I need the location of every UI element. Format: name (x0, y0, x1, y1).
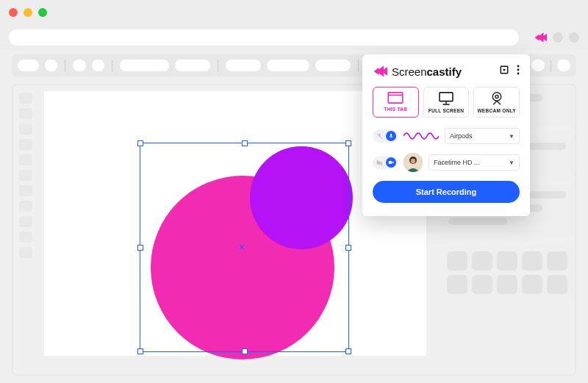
microphone-toggle[interactable] (373, 129, 398, 143)
webcam-icon (490, 92, 504, 105)
svg-point-3 (517, 69, 520, 71)
mode-label: WEBCAM ONLY (477, 108, 516, 113)
window-minimize-button[interactable] (24, 8, 32, 17)
extension-placeholder-icon (553, 32, 563, 43)
mode-this-tab[interactable]: THIS TAB (373, 87, 419, 118)
cam-off-icon (375, 158, 384, 167)
toolbar-item[interactable] (267, 60, 309, 71)
swatch-tile[interactable] (472, 251, 492, 271)
traffic-lights (9, 8, 47, 17)
mode-full-screen[interactable]: FULL SCREEN (423, 87, 470, 118)
mode-label: FULL SCREEN (429, 108, 465, 113)
webcam-toggle[interactable] (373, 156, 398, 169)
toolbar-separator (65, 60, 65, 71)
toolbar-separator (358, 60, 359, 71)
toolbar-item[interactable] (531, 60, 545, 71)
window-titlebar (0, 0, 588, 25)
tool-rail-item[interactable] (19, 232, 32, 243)
toolbar-item[interactable] (73, 60, 85, 71)
toolbar-separator (218, 60, 218, 71)
tool-rail-item[interactable] (19, 93, 32, 104)
screencastify-logo-icon (373, 65, 387, 77)
brand-name: Screencastify (392, 65, 462, 78)
toolbar-item[interactable] (18, 60, 39, 71)
tool-rail-item[interactable] (19, 124, 32, 135)
toolbar-item[interactable] (175, 60, 210, 71)
extension-placeholder-icon (569, 32, 579, 43)
chevron-down-icon: ▼ (509, 133, 514, 140)
video-device-label: Facetime HD ... (434, 159, 480, 166)
toolbar-item[interactable] (226, 60, 261, 71)
svg-rect-5 (389, 93, 404, 103)
toolbar-item[interactable] (45, 60, 57, 71)
svg-point-11 (495, 96, 498, 99)
swatch-tile[interactable] (547, 251, 567, 271)
svg-point-4 (517, 73, 520, 75)
kebab-menu-icon[interactable] (517, 65, 520, 78)
toolbar-separator (112, 60, 112, 71)
swatch-tile[interactable] (447, 275, 467, 294)
tool-rail (19, 91, 35, 368)
screencastify-extension-icon[interactable] (534, 32, 547, 43)
swatch-tile[interactable] (472, 275, 492, 294)
swatch-tile[interactable] (522, 251, 542, 271)
chevron-down-icon: ▼ (509, 160, 514, 166)
audio-device-select[interactable]: Airpods ▼ (445, 128, 520, 144)
mode-webcam-only[interactable]: WEBCAM ONLY (473, 87, 520, 118)
toolbar-item[interactable] (315, 60, 351, 71)
toolbar-item[interactable] (557, 60, 570, 71)
tool-rail-item[interactable] (19, 170, 32, 181)
mic-active-icon (386, 131, 396, 141)
tool-rail-item[interactable] (19, 108, 32, 119)
placeholder-line (448, 218, 507, 225)
selection-handle[interactable] (137, 245, 143, 251)
mode-label: THIS TAB (384, 107, 407, 112)
selection-handle[interactable] (345, 245, 351, 251)
toolbar-item[interactable] (92, 60, 104, 71)
brand-logo: Screencastify (373, 65, 462, 78)
svg-rect-15 (389, 161, 392, 164)
selection-handle[interactable] (137, 140, 143, 146)
tool-rail-item[interactable] (19, 185, 32, 196)
webcam-preview-avatar (404, 153, 423, 172)
swatch-tile[interactable] (447, 251, 467, 271)
selection-handle[interactable] (242, 348, 248, 354)
tool-rail-item[interactable] (19, 201, 32, 212)
capture-mode-group: THIS TAB FULL SCREEN WEBCAM ONLY (373, 87, 520, 118)
screencastify-popup: Screencastify TH (362, 54, 530, 216)
browser-tab-icon (387, 92, 404, 104)
svg-point-18 (411, 159, 415, 163)
video-device-select[interactable]: Facetime HD ... ▼ (429, 154, 520, 171)
start-recording-button[interactable]: Start Recording (373, 181, 520, 203)
selection-center-icon: × (239, 241, 245, 253)
swatch-tile[interactable] (522, 275, 542, 294)
window-close-button[interactable] (9, 8, 18, 17)
panel-card (441, 246, 573, 300)
svg-point-10 (492, 93, 501, 101)
toolbar-separator (551, 60, 551, 71)
toolbar-item[interactable] (120, 60, 169, 71)
video-source-row: Facetime HD ... ▼ (373, 153, 520, 172)
selection-handle[interactable] (242, 140, 248, 146)
audio-source-row: Airpods ▼ (373, 128, 520, 144)
swatch-tile[interactable] (547, 275, 567, 294)
browser-toolbar (0, 25, 588, 50)
audio-waveform-icon (404, 129, 439, 143)
svg-rect-7 (440, 93, 453, 101)
swatch-tile[interactable] (497, 251, 517, 271)
cam-on-icon (386, 157, 396, 168)
tool-rail-item[interactable] (19, 154, 32, 165)
address-bar[interactable] (9, 29, 519, 46)
tool-rail-item[interactable] (19, 139, 32, 150)
window-zoom-button[interactable] (38, 8, 47, 17)
swatch-tile[interactable] (497, 275, 517, 294)
svg-marker-1 (503, 68, 506, 71)
selection-handle[interactable] (345, 140, 351, 146)
tool-rail-item[interactable] (19, 247, 32, 258)
library-icon[interactable] (499, 65, 509, 78)
selection-handle[interactable] (137, 348, 143, 354)
audio-device-label: Airpods (450, 132, 473, 140)
tool-rail-item[interactable] (19, 216, 32, 227)
monitor-icon (438, 92, 454, 105)
selection-handle[interactable] (345, 348, 351, 354)
